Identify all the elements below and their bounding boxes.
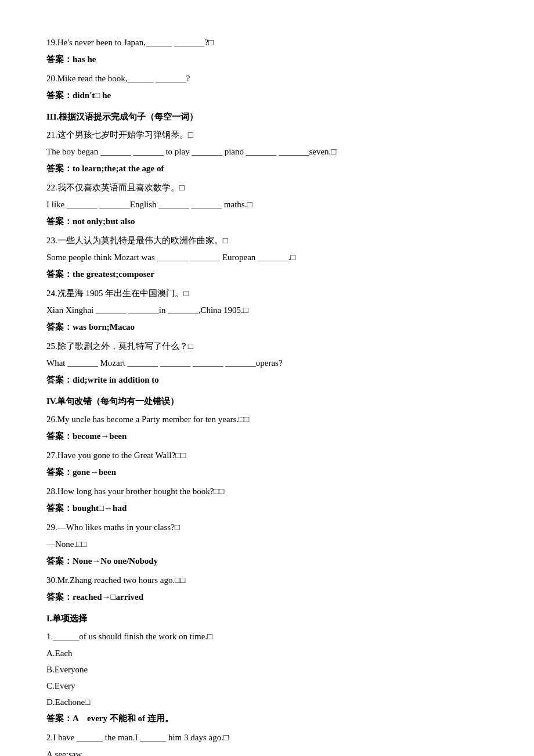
q22-cn: 22.我不仅喜欢英语而且喜欢数学。□ xyxy=(46,180,488,196)
q1-line: 1.______of us should finish the work on … xyxy=(46,629,488,645)
q27-answer: 答案：gone→been xyxy=(46,465,488,480)
q1-optD: D.Eachone□ xyxy=(46,694,488,710)
q25-cn: 25.除了歌剧之外，莫扎特写了什么？□ xyxy=(46,339,488,354)
q1-answer-text: A every 不能和 of 连用。 xyxy=(73,714,174,723)
answer-label-22: 答案： xyxy=(46,217,73,226)
q2-optA-text: A.see;saw xyxy=(46,750,82,756)
q26-answer: 答案：become→been xyxy=(46,429,488,444)
q23-answer-text: the greatest;composer xyxy=(73,269,154,279)
q24-answer-text: was born;Macao xyxy=(73,322,135,332)
q21-cn-text: 21.这个男孩七岁时开始学习弹钢琴。□ xyxy=(46,130,193,139)
q28-line: 28.How long has your brother bought the … xyxy=(46,484,488,499)
q24-answer: 答案：was born;Macao xyxy=(46,319,488,335)
q1-optA-text: A.Each xyxy=(46,649,73,658)
section1-title: I.单项选择 xyxy=(46,611,488,627)
q20-answer: 答案：didn't□ he xyxy=(46,88,488,103)
q30-answer: 答案：reached→□arrived xyxy=(46,589,488,605)
q28-answer: 答案：bought□→had xyxy=(46,501,488,516)
answer-label-30: 答案： xyxy=(46,592,73,602)
q19-text: 19.He's never been to Japan,______ _____… xyxy=(46,38,214,47)
q29-answer: 答案：None→No one/Nobody xyxy=(46,553,488,569)
q19-answer-text: has he xyxy=(73,55,96,64)
answer-label-1: 答案： xyxy=(46,714,73,723)
q22-answer-text: not only;but also xyxy=(73,217,135,226)
q1-answer: 答案：A every 不能和 of 连用。 xyxy=(46,711,488,726)
q29-answer-text: None→No one/Nobody xyxy=(73,556,158,566)
answer-label-24: 答案： xyxy=(46,322,73,332)
q24-en: Xian Xinghai _______ _______in _______,C… xyxy=(46,303,488,318)
q25-en: What _______ Mozart _______ _______ ____… xyxy=(46,355,488,371)
q30-answer-text: reached→□arrived xyxy=(73,592,143,602)
q29-line: 29.—Who likes maths in your class?□ xyxy=(46,520,488,535)
section3-title: III.根据汉语提示完成句子（每空一词） xyxy=(46,109,488,125)
q20-line: 20.Mike read the book,______ _______? xyxy=(46,71,488,87)
answer-label-21: 答案： xyxy=(46,164,73,173)
answer-label-29: 答案： xyxy=(46,556,73,566)
q20-answer-text: didn't□ he xyxy=(73,91,111,100)
q1-optB-text: B.Everyone xyxy=(46,665,88,674)
q1-optA: A.Each xyxy=(46,646,488,661)
q1-optB: B.Everyone xyxy=(46,662,488,678)
q27-text: 27.Have you gone to the Great Wall?□□ xyxy=(46,451,186,460)
q2-optA: A.see;saw xyxy=(46,747,488,756)
q20-text: 20.Mike read the book,______ _______? xyxy=(46,74,190,83)
q29b-line: —None.□□ xyxy=(46,537,488,552)
answer-label-27: 答案： xyxy=(46,467,73,477)
q22-en-text: I like _______ _______English _______ __… xyxy=(46,200,252,209)
q21-cn: 21.这个男孩七岁时开始学习弹钢琴。□ xyxy=(46,127,488,143)
q19-answer: 答案：has he xyxy=(46,52,488,67)
q23-cn: 23.一些人认为莫扎特是最伟大的欧洲作曲家。□ xyxy=(46,233,488,249)
answer-label-26: 答案： xyxy=(46,431,73,441)
q23-en: Some people think Mozart was _______ ___… xyxy=(46,250,488,265)
q1-optD-text: D.Eachone□ xyxy=(46,697,90,707)
q28-text: 28.How long has your brother bought the … xyxy=(46,487,224,496)
q25-answer-text: did;write in addition to xyxy=(73,375,159,384)
q27-answer-text: gone→been xyxy=(73,467,116,477)
q2-text: 2.I have ______ the man.I ______ him 3 d… xyxy=(46,733,229,742)
answer-label-23: 答案： xyxy=(46,269,73,279)
q28-answer-text: bought□→had xyxy=(73,503,127,513)
q21-answer: 答案：to learn;the;at the age of xyxy=(46,161,488,177)
q29b-text: —None.□□ xyxy=(46,539,86,549)
q19-line: 19.He's never been to Japan,______ _____… xyxy=(46,35,488,51)
q26-answer-text: become→been xyxy=(73,431,127,441)
q23-en-text: Some people think Mozart was _______ ___… xyxy=(46,253,295,262)
q2-line: 2.I have ______ the man.I ______ him 3 d… xyxy=(46,730,488,746)
section4-title: IV.单句改错（每句均有一处错误） xyxy=(46,394,488,409)
q27-line: 27.Have you gone to the Great Wall?□□ xyxy=(46,448,488,463)
q24-cn: 24.冼星海 1905 年出生在中国澳门。□ xyxy=(46,286,488,301)
q26-text: 26.My uncle has become a Party member fo… xyxy=(46,415,249,424)
q29-text: 29.—Who likes maths in your class?□ xyxy=(46,523,180,532)
q1-optC: C.Every xyxy=(46,678,488,694)
q30-text: 30.Mr.Zhang reached two hours ago.□□ xyxy=(46,575,185,585)
answer-label-25: 答案： xyxy=(46,375,73,384)
q30-line: 30.Mr.Zhang reached two hours ago.□□ xyxy=(46,573,488,588)
page-content: 19.He's never been to Japan,______ _____… xyxy=(46,35,488,756)
q21-answer-text: to learn;the;at the age of xyxy=(73,164,164,173)
q22-answer: 答案：not only;but also xyxy=(46,214,488,229)
q24-cn-text: 24.冼星海 1905 年出生在中国澳门。□ xyxy=(46,289,189,298)
q1-optC-text: C.Every xyxy=(46,681,75,690)
q23-cn-text: 23.一些人认为莫扎特是最伟大的欧洲作曲家。□ xyxy=(46,236,228,245)
q25-en-text: What _______ Mozart _______ _______ ____… xyxy=(46,358,283,368)
q24-en-text: Xian Xinghai _______ _______in _______,C… xyxy=(46,305,248,315)
q21-en-text: The boy began _______ _______ to play __… xyxy=(46,147,336,156)
q25-cn-text: 25.除了歌剧之外，莫扎特写了什么？□ xyxy=(46,341,193,351)
q21-en: The boy began _______ _______ to play __… xyxy=(46,144,488,160)
q23-answer: 答案：the greatest;composer xyxy=(46,267,488,282)
q26-line: 26.My uncle has become a Party member fo… xyxy=(46,412,488,427)
q1-text: 1.______of us should finish the work on … xyxy=(46,632,212,641)
q22-en: I like _______ _______English _______ __… xyxy=(46,197,488,213)
q22-cn-text: 22.我不仅喜欢英语而且喜欢数学。□ xyxy=(46,183,185,192)
q25-answer: 答案：did;write in addition to xyxy=(46,372,488,388)
answer-label-28: 答案： xyxy=(46,503,73,513)
answer-label-19: 答案： xyxy=(46,55,73,64)
answer-label-20: 答案： xyxy=(46,91,73,100)
